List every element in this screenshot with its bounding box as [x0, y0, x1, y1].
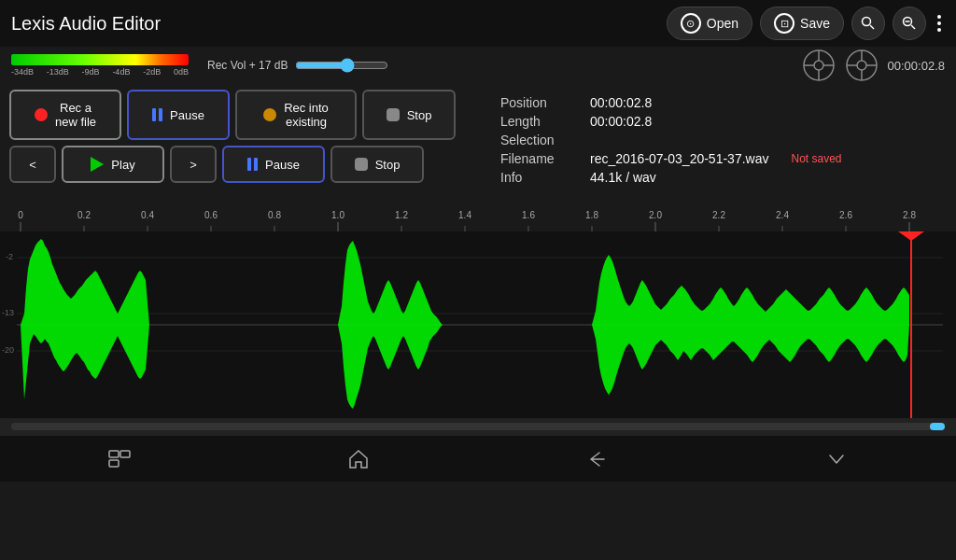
- info-row-length: Length 00:00:02.8: [500, 114, 932, 129]
- svg-text:1.0: 1.0: [331, 210, 344, 220]
- svg-marker-60: [898, 231, 924, 241]
- btn-row-1: Rec anew file Pause Rec intoexisting Sto…: [9, 90, 485, 140]
- svg-text:2.6: 2.6: [839, 210, 852, 220]
- controls-area: Rec anew file Pause Rec intoexisting Sto…: [0, 84, 956, 205]
- vu-labels: -34dB -13dB -9dB -4dB -2dB 0dB: [11, 67, 189, 77]
- waveform-area[interactable]: 0 0.2 0.4 0.6 0.8 1.0 1.2 1.4 1.6 1.8 2.…: [0, 205, 956, 435]
- svg-point-6: [814, 61, 823, 70]
- svg-text:2.0: 2.0: [649, 210, 662, 220]
- svg-rect-63: [109, 460, 119, 467]
- back-icon: [586, 448, 609, 470]
- svg-text:2.8: 2.8: [903, 210, 916, 220]
- ruler-svg: 0 0.2 0.4 0.6 0.8 1.0 1.2 1.4 1.6 1.8 2.…: [0, 205, 956, 231]
- zoom-out-button[interactable]: [893, 7, 926, 40]
- open-button[interactable]: ⊙ Open: [667, 7, 752, 40]
- meter-row: -34dB -13dB -9dB -4dB -2dB 0dB Rec Vol +…: [0, 47, 956, 84]
- header: Lexis Audio Editor ⊙ Open ⊡ Save: [0, 0, 956, 47]
- recent-apps-button[interactable]: [99, 439, 140, 480]
- stop1-icon: [387, 108, 400, 121]
- play-button[interactable]: Play: [62, 146, 164, 183]
- info-row-selection: Selection: [500, 133, 932, 147]
- save-icon: ⊡: [774, 13, 794, 34]
- nav-bar: [0, 435, 956, 482]
- left-controls: Rec anew file Pause Rec intoexisting Sto…: [9, 90, 485, 200]
- svg-point-0: [863, 18, 871, 26]
- svg-rect-61: [109, 451, 119, 457]
- reel-left-icon: [802, 49, 836, 82]
- stop1-button[interactable]: Stop: [362, 90, 456, 140]
- svg-line-1: [870, 25, 874, 29]
- svg-text:0.2: 0.2: [77, 210, 91, 220]
- rec-into-dot-icon: [263, 108, 276, 121]
- svg-text:0.4: 0.4: [141, 210, 154, 220]
- time-display: 00:00:02.8: [888, 59, 945, 73]
- pause2-button[interactable]: Pause: [222, 146, 325, 183]
- zoom-out-icon: [902, 16, 917, 31]
- svg-text:1.4: 1.4: [458, 210, 471, 220]
- btn-row-2: < Play > Pause Stop: [9, 146, 485, 183]
- rec-new-file-button[interactable]: Rec anew file: [9, 90, 121, 140]
- svg-text:2.2: 2.2: [712, 210, 725, 220]
- info-row-position: Position 00:00:02.8: [500, 95, 932, 110]
- svg-text:1.6: 1.6: [522, 210, 535, 220]
- svg-text:1.2: 1.2: [395, 210, 408, 220]
- play-icon: [91, 157, 104, 172]
- home-icon: [347, 448, 370, 470]
- info-row-info: Info 44.1k / wav: [500, 170, 932, 185]
- rec-dot-icon: [35, 108, 48, 121]
- recent-apps-icon: [108, 450, 131, 469]
- more-menu-button[interactable]: [934, 11, 945, 35]
- search-button[interactable]: [851, 7, 885, 40]
- svg-line-3: [911, 25, 915, 29]
- svg-text:-13: -13: [2, 308, 14, 317]
- svg-point-12: [857, 61, 866, 70]
- svg-text:0: 0: [18, 210, 23, 220]
- search-icon: [861, 16, 876, 31]
- next-button[interactable]: >: [170, 146, 217, 183]
- header-actions: ⊙ Open ⊡ Save: [667, 7, 945, 40]
- open-icon: ⊙: [681, 13, 701, 34]
- waveform-canvas[interactable]: -2 -13 -20: [0, 231, 956, 418]
- pause2-icon: [247, 158, 258, 171]
- vu-bar: [11, 54, 189, 65]
- info-row-filename: Filename rec_2016-07-03_20-51-37.wav Not…: [500, 151, 932, 166]
- app-title: Lexis Audio Editor: [11, 13, 161, 35]
- svg-text:0.8: 0.8: [268, 210, 281, 220]
- home-button[interactable]: [338, 439, 379, 480]
- pause1-icon: [152, 108, 162, 121]
- vol-label: Rec Vol + 17 dB: [207, 59, 288, 72]
- save-button[interactable]: ⊡ Save: [760, 7, 844, 40]
- pause1-button[interactable]: Pause: [127, 90, 230, 140]
- svg-text:-20: -20: [2, 345, 14, 355]
- scrollbar-area[interactable]: [0, 418, 956, 435]
- minimize-button[interactable]: [816, 439, 857, 480]
- waveform-svg: -2 -13 -20: [0, 231, 956, 418]
- scrollbar-track[interactable]: [11, 423, 945, 430]
- vol-slider[interactable]: [295, 58, 388, 73]
- reel-right-icon: [845, 49, 879, 82]
- back-button[interactable]: [577, 439, 618, 480]
- svg-text:2.4: 2.4: [776, 210, 789, 220]
- prev-button[interactable]: <: [9, 146, 56, 183]
- svg-text:0.6: 0.6: [204, 210, 218, 220]
- svg-text:1.8: 1.8: [585, 210, 598, 220]
- vol-slider-container: Rec Vol + 17 dB: [207, 58, 388, 73]
- transport-icons: 00:00:02.8: [802, 49, 945, 82]
- vu-meter: -34dB -13dB -9dB -4dB -2dB 0dB: [11, 54, 189, 77]
- minimize-icon: [825, 448, 848, 470]
- svg-rect-62: [120, 451, 130, 457]
- ruler: 0 0.2 0.4 0.6 0.8 1.0 1.2 1.4 1.6 1.8 2.…: [0, 205, 956, 231]
- stop2-button[interactable]: Stop: [330, 146, 424, 183]
- not-saved-badge: Not saved: [791, 152, 841, 165]
- info-panel: Position 00:00:02.8 Length 00:00:02.8 Se…: [485, 90, 947, 200]
- rec-into-button[interactable]: Rec intoexisting: [235, 90, 357, 140]
- scrollbar-thumb[interactable]: [930, 423, 945, 430]
- svg-text:-2: -2: [6, 252, 13, 261]
- stop2-icon: [355, 158, 368, 171]
